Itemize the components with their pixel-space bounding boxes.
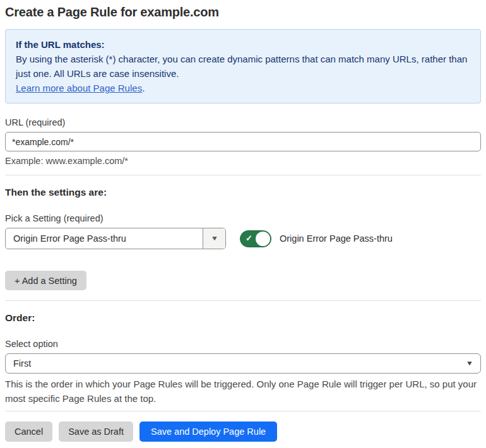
url-input[interactable]	[5, 132, 481, 151]
save-as-draft-button[interactable]: Save as Draft	[59, 421, 133, 442]
toggle-knob	[256, 232, 270, 246]
order-select-value: First	[13, 358, 31, 368]
order-help-text: This is the order in which your Page Rul…	[5, 377, 477, 406]
settings-section-heading: Then the settings are:	[5, 187, 481, 198]
info-box-link-line: Learn more about Page Rules.	[16, 81, 470, 95]
setting-toggle[interactable]: ✓	[240, 230, 271, 247]
order-select[interactable]: First ▼	[5, 353, 481, 374]
order-select-label: Select option	[5, 339, 481, 349]
info-box-heading: If the URL matches:	[16, 37, 470, 52]
info-box-body: By using the asterisk (*) character, you…	[16, 52, 470, 81]
setting-toggle-label: Origin Error Page Pass-thru	[280, 233, 393, 244]
cancel-button[interactable]: Cancel	[5, 421, 52, 442]
page-rule-form: Create a Page Rule for example.com If th…	[0, 0, 486, 442]
form-footer: Cancel Save as Draft Save and Deploy Pag…	[5, 421, 481, 442]
setting-combobox-value: Origin Error Page Pass-thru	[6, 228, 203, 249]
divider	[5, 411, 481, 411]
url-example-text: Example: www.example.com/*	[5, 156, 481, 166]
divider	[5, 175, 481, 175]
chevron-down-icon: ▼	[466, 360, 473, 367]
order-section-heading: Order:	[5, 312, 481, 324]
add-setting-button[interactable]: + Add a Setting	[5, 271, 86, 290]
url-matches-info-box: If the URL matches: By using the asteris…	[5, 29, 481, 103]
pick-setting-label: Pick a Setting (required)	[5, 213, 481, 223]
page-title: Create a Page Rule for example.com	[5, 5, 481, 20]
setting-row: Origin Error Page Pass-thru ▼ ✓ Origin E…	[5, 228, 481, 249]
divider	[5, 300, 481, 301]
link-suffix: .	[142, 83, 145, 93]
learn-more-link[interactable]: Learn more about Page Rules	[16, 83, 142, 93]
chevron-down-icon: ▼	[210, 235, 218, 242]
save-and-deploy-button[interactable]: Save and Deploy Page Rule	[139, 421, 277, 442]
check-icon: ✓	[246, 233, 252, 243]
url-field-label: URL (required)	[5, 117, 481, 127]
setting-combobox-dropdown-button[interactable]: ▼	[203, 228, 225, 249]
setting-combobox[interactable]: Origin Error Page Pass-thru ▼	[5, 228, 226, 249]
